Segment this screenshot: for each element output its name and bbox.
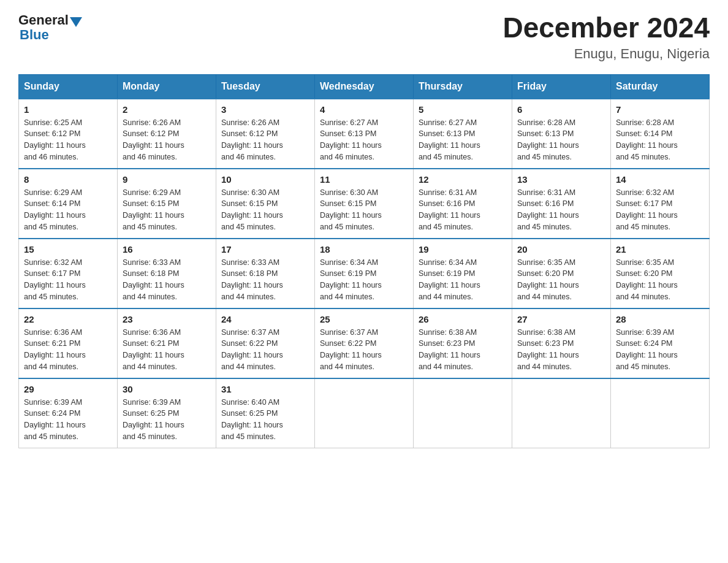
calendar-cell: 25 Sunrise: 6:37 AM Sunset: 6:22 PM Dayl… bbox=[315, 308, 414, 378]
day-info: Sunrise: 6:31 AM Sunset: 6:16 PM Dayligh… bbox=[517, 187, 605, 233]
day-number: 21 bbox=[616, 244, 704, 255]
day-number: 20 bbox=[517, 244, 605, 255]
day-info: Sunrise: 6:30 AM Sunset: 6:15 PM Dayligh… bbox=[221, 187, 309, 233]
calendar-week-row: 1 Sunrise: 6:25 AM Sunset: 6:12 PM Dayli… bbox=[19, 99, 710, 169]
calendar-header-row: SundayMondayTuesdayWednesdayThursdayFrid… bbox=[19, 74, 710, 99]
calendar-cell: 9 Sunrise: 6:29 AM Sunset: 6:15 PM Dayli… bbox=[118, 169, 216, 239]
col-header-friday: Friday bbox=[512, 74, 611, 99]
day-number: 5 bbox=[419, 104, 507, 115]
calendar-cell: 2 Sunrise: 6:26 AM Sunset: 6:12 PM Dayli… bbox=[118, 99, 216, 169]
day-number: 3 bbox=[221, 104, 309, 115]
calendar-cell: 14 Sunrise: 6:32 AM Sunset: 6:17 PM Dayl… bbox=[611, 169, 710, 239]
day-info: Sunrise: 6:38 AM Sunset: 6:23 PM Dayligh… bbox=[517, 327, 605, 373]
calendar-cell: 30 Sunrise: 6:39 AM Sunset: 6:25 PM Dayl… bbox=[118, 378, 216, 448]
calendar-cell: 13 Sunrise: 6:31 AM Sunset: 6:16 PM Dayl… bbox=[512, 169, 611, 239]
calendar-cell: 12 Sunrise: 6:31 AM Sunset: 6:16 PM Dayl… bbox=[414, 169, 512, 239]
day-info: Sunrise: 6:34 AM Sunset: 6:19 PM Dayligh… bbox=[320, 257, 408, 303]
day-info: Sunrise: 6:31 AM Sunset: 6:16 PM Dayligh… bbox=[419, 187, 507, 233]
day-number: 28 bbox=[616, 314, 704, 324]
day-info: Sunrise: 6:39 AM Sunset: 6:25 PM Dayligh… bbox=[123, 397, 211, 443]
calendar-cell: 19 Sunrise: 6:34 AM Sunset: 6:19 PM Dayl… bbox=[414, 239, 512, 308]
day-number: 19 bbox=[419, 244, 507, 255]
calendar-cell: 27 Sunrise: 6:38 AM Sunset: 6:23 PM Dayl… bbox=[512, 308, 611, 378]
calendar-cell: 16 Sunrise: 6:33 AM Sunset: 6:18 PM Dayl… bbox=[118, 239, 216, 308]
calendar-cell bbox=[414, 378, 512, 448]
day-number: 24 bbox=[221, 314, 309, 324]
day-info: Sunrise: 6:39 AM Sunset: 6:24 PM Dayligh… bbox=[24, 397, 112, 443]
day-number: 17 bbox=[221, 244, 309, 255]
day-info: Sunrise: 6:36 AM Sunset: 6:21 PM Dayligh… bbox=[24, 327, 112, 373]
day-number: 6 bbox=[517, 104, 605, 115]
day-number: 10 bbox=[221, 174, 309, 185]
day-number: 30 bbox=[123, 384, 211, 394]
calendar-cell: 23 Sunrise: 6:36 AM Sunset: 6:21 PM Dayl… bbox=[118, 308, 216, 378]
day-number: 11 bbox=[320, 174, 408, 185]
day-number: 23 bbox=[123, 314, 211, 324]
day-info: Sunrise: 6:36 AM Sunset: 6:21 PM Dayligh… bbox=[123, 327, 211, 373]
logo: General Blue bbox=[18, 12, 82, 43]
day-number: 1 bbox=[24, 104, 112, 115]
day-info: Sunrise: 6:26 AM Sunset: 6:12 PM Dayligh… bbox=[123, 117, 211, 163]
day-number: 25 bbox=[320, 314, 408, 324]
logo-general-text: General bbox=[18, 12, 69, 28]
day-number: 7 bbox=[616, 104, 704, 115]
col-header-thursday: Thursday bbox=[414, 74, 512, 99]
day-number: 14 bbox=[616, 174, 704, 185]
calendar-week-row: 15 Sunrise: 6:32 AM Sunset: 6:17 PM Dayl… bbox=[19, 239, 710, 308]
calendar-cell: 29 Sunrise: 6:39 AM Sunset: 6:24 PM Dayl… bbox=[19, 378, 118, 448]
logo-triangle-icon bbox=[70, 17, 82, 27]
day-info: Sunrise: 6:28 AM Sunset: 6:14 PM Dayligh… bbox=[616, 117, 704, 163]
day-number: 12 bbox=[419, 174, 507, 185]
calendar-cell: 17 Sunrise: 6:33 AM Sunset: 6:18 PM Dayl… bbox=[216, 239, 315, 308]
calendar-cell: 1 Sunrise: 6:25 AM Sunset: 6:12 PM Dayli… bbox=[19, 99, 118, 169]
day-info: Sunrise: 6:29 AM Sunset: 6:14 PM Dayligh… bbox=[24, 187, 112, 233]
calendar-cell: 26 Sunrise: 6:38 AM Sunset: 6:23 PM Dayl… bbox=[414, 308, 512, 378]
day-number: 26 bbox=[419, 314, 507, 324]
day-number: 16 bbox=[123, 244, 211, 255]
day-info: Sunrise: 6:37 AM Sunset: 6:22 PM Dayligh… bbox=[221, 327, 309, 373]
day-info: Sunrise: 6:35 AM Sunset: 6:20 PM Dayligh… bbox=[616, 257, 704, 303]
col-header-saturday: Saturday bbox=[611, 74, 710, 99]
day-number: 22 bbox=[24, 314, 112, 324]
day-number: 18 bbox=[320, 244, 408, 255]
day-info: Sunrise: 6:32 AM Sunset: 6:17 PM Dayligh… bbox=[616, 187, 704, 233]
calendar-table: SundayMondayTuesdayWednesdayThursdayFrid… bbox=[18, 74, 710, 448]
day-number: 31 bbox=[221, 384, 309, 394]
calendar-cell: 11 Sunrise: 6:30 AM Sunset: 6:15 PM Dayl… bbox=[315, 169, 414, 239]
calendar-cell: 6 Sunrise: 6:28 AM Sunset: 6:13 PM Dayli… bbox=[512, 99, 611, 169]
page-title: December 2024 bbox=[502, 12, 710, 44]
day-info: Sunrise: 6:25 AM Sunset: 6:12 PM Dayligh… bbox=[24, 117, 112, 163]
day-info: Sunrise: 6:40 AM Sunset: 6:25 PM Dayligh… bbox=[221, 397, 309, 443]
col-header-monday: Monday bbox=[118, 74, 216, 99]
logo-blue-text: Blue bbox=[18, 27, 49, 43]
day-number: 13 bbox=[517, 174, 605, 185]
day-info: Sunrise: 6:35 AM Sunset: 6:20 PM Dayligh… bbox=[517, 257, 605, 303]
title-section: December 2024 Enugu, Enugu, Nigeria bbox=[502, 12, 710, 62]
col-header-wednesday: Wednesday bbox=[315, 74, 414, 99]
calendar-cell: 21 Sunrise: 6:35 AM Sunset: 6:20 PM Dayl… bbox=[611, 239, 710, 308]
calendar-cell bbox=[315, 378, 414, 448]
calendar-cell: 8 Sunrise: 6:29 AM Sunset: 6:14 PM Dayli… bbox=[19, 169, 118, 239]
page-location: Enugu, Enugu, Nigeria bbox=[502, 46, 710, 62]
calendar-cell: 4 Sunrise: 6:27 AM Sunset: 6:13 PM Dayli… bbox=[315, 99, 414, 169]
calendar-cell: 20 Sunrise: 6:35 AM Sunset: 6:20 PM Dayl… bbox=[512, 239, 611, 308]
day-info: Sunrise: 6:27 AM Sunset: 6:13 PM Dayligh… bbox=[320, 117, 408, 163]
calendar-cell: 31 Sunrise: 6:40 AM Sunset: 6:25 PM Dayl… bbox=[216, 378, 315, 448]
calendar-cell: 24 Sunrise: 6:37 AM Sunset: 6:22 PM Dayl… bbox=[216, 308, 315, 378]
day-info: Sunrise: 6:34 AM Sunset: 6:19 PM Dayligh… bbox=[419, 257, 507, 303]
calendar-cell: 7 Sunrise: 6:28 AM Sunset: 6:14 PM Dayli… bbox=[611, 99, 710, 169]
day-number: 27 bbox=[517, 314, 605, 324]
calendar-cell: 5 Sunrise: 6:27 AM Sunset: 6:13 PM Dayli… bbox=[414, 99, 512, 169]
day-info: Sunrise: 6:37 AM Sunset: 6:22 PM Dayligh… bbox=[320, 327, 408, 373]
calendar-cell: 10 Sunrise: 6:30 AM Sunset: 6:15 PM Dayl… bbox=[216, 169, 315, 239]
page-header: General Blue December 2024 Enugu, Enugu,… bbox=[18, 12, 710, 62]
calendar-week-row: 8 Sunrise: 6:29 AM Sunset: 6:14 PM Dayli… bbox=[19, 169, 710, 239]
day-info: Sunrise: 6:33 AM Sunset: 6:18 PM Dayligh… bbox=[221, 257, 309, 303]
day-number: 29 bbox=[24, 384, 112, 394]
col-header-sunday: Sunday bbox=[19, 74, 118, 99]
day-info: Sunrise: 6:32 AM Sunset: 6:17 PM Dayligh… bbox=[24, 257, 112, 303]
day-info: Sunrise: 6:33 AM Sunset: 6:18 PM Dayligh… bbox=[123, 257, 211, 303]
day-number: 8 bbox=[24, 174, 112, 185]
calendar-week-row: 29 Sunrise: 6:39 AM Sunset: 6:24 PM Dayl… bbox=[19, 378, 710, 448]
day-info: Sunrise: 6:27 AM Sunset: 6:13 PM Dayligh… bbox=[419, 117, 507, 163]
